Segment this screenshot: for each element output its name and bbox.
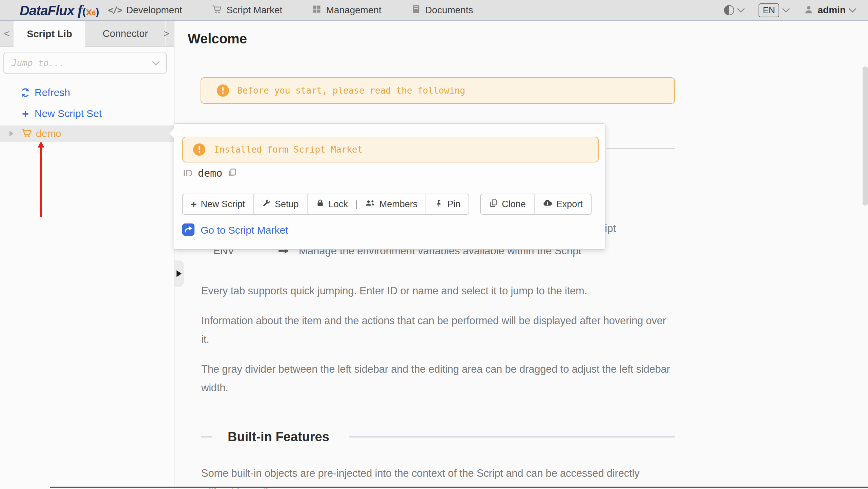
- clone-label: Clone: [502, 199, 526, 210]
- logo-paren-open: (: [83, 6, 86, 18]
- closing-paragraph: Some built-in objects are pre-injected i…: [201, 464, 675, 489]
- navbar-right-controls: EN admin: [724, 3, 855, 17]
- nav-item-script-market[interactable]: Script Market: [212, 4, 282, 17]
- section-title: Built-in Features: [228, 430, 329, 444]
- members-label: Members: [379, 199, 418, 210]
- theme-icon: [724, 5, 734, 15]
- new-script-label: New Script: [201, 199, 245, 210]
- jump-to-input[interactable]: [11, 58, 153, 69]
- collapse-triangle-icon: [177, 270, 182, 277]
- help-paragraph: Information about the item and the actio…: [201, 311, 675, 349]
- tree-item-label: demo: [36, 128, 61, 139]
- annotation-arrow-head: [38, 141, 44, 148]
- popup-button-row: + New Script Setup Lock |: [182, 194, 592, 215]
- logo-paren-close: ): [96, 6, 99, 18]
- logo-f: f: [78, 2, 83, 19]
- pin-label: Pin: [447, 199, 460, 210]
- user-menu[interactable]: admin: [804, 4, 855, 16]
- help-paragraph: Every tab supports quick jumping. Enter …: [201, 281, 675, 300]
- section-divider-line: [349, 436, 675, 437]
- chevron-down-icon: [782, 5, 790, 13]
- primary-button-group: + New Script Setup Lock |: [182, 194, 469, 215]
- wrench-icon: [262, 199, 271, 210]
- popup-alert-text: Installed form Script Market: [214, 144, 363, 155]
- warning-banner-text: Before you start, please read the follow…: [237, 85, 465, 96]
- sidebar-collapse-handle[interactable]: [174, 260, 184, 287]
- new-script-button[interactable]: + New Script: [183, 194, 254, 214]
- tab-connector[interactable]: Connector: [85, 21, 166, 46]
- copy-icon[interactable]: [228, 168, 237, 179]
- main-content: Welcome ! Before you start, please read …: [175, 21, 868, 489]
- setup-button[interactable]: Setup: [254, 194, 308, 214]
- popup-alert: ! Installed form Script Market: [182, 137, 599, 162]
- cart-icon: [21, 128, 32, 140]
- cloud-download-icon: [543, 199, 552, 210]
- secondary-button-group: Clone Export: [480, 194, 592, 215]
- page-title: Welcome: [188, 31, 247, 46]
- exclamation-icon: !: [193, 143, 205, 156]
- setup-label: Setup: [275, 199, 299, 210]
- language-badge: EN: [759, 3, 779, 17]
- annotation-arrow-shaft: [40, 148, 42, 217]
- nav-item-label: Development: [126, 5, 182, 16]
- clone-icon: [489, 199, 498, 210]
- plus-icon: +: [20, 109, 31, 119]
- logo-sup: 6: [92, 9, 96, 17]
- app-window: DataFlux f ( x 6 ) </> Development Scrip…: [0, 0, 868, 489]
- nav-item-label: Documents: [425, 5, 473, 16]
- tab-scroll-left-icon[interactable]: <: [0, 21, 14, 46]
- top-navbar: DataFlux f ( x 6 ) </> Development Scrip…: [0, 0, 868, 21]
- clone-button[interactable]: Clone: [481, 194, 535, 214]
- nav-item-label: Management: [326, 5, 381, 16]
- refresh-button[interactable]: Refresh: [0, 85, 174, 100]
- id-value: demo: [198, 167, 222, 179]
- refresh-label: Refresh: [35, 87, 70, 98]
- jump-to-select[interactable]: [3, 53, 167, 74]
- user-name: admin: [818, 5, 846, 16]
- cart-icon: [212, 4, 222, 17]
- nav-item-label: Script Market: [226, 5, 282, 16]
- go-to-script-market-label: Go to Script Market: [201, 224, 288, 236]
- refresh-icon: [20, 87, 31, 98]
- script-set-popup: ! Installed form Script Market ID demo +…: [174, 123, 605, 250]
- pin-button[interactable]: Pin: [426, 194, 469, 214]
- code-icon: </>: [108, 5, 122, 15]
- background-section-divider: [607, 148, 675, 149]
- expand-caret-icon[interactable]: [9, 131, 14, 136]
- export-button[interactable]: Export: [535, 194, 591, 214]
- vertical-scrollbar[interactable]: [863, 66, 868, 206]
- lock-members-button[interactable]: Lock | Members: [308, 194, 427, 214]
- section-header: Built-in Features: [201, 428, 675, 446]
- lock-label: Lock: [329, 199, 348, 210]
- plus-icon: +: [191, 199, 197, 209]
- logo-brand: DataFlux: [20, 3, 74, 18]
- help-paragraph: The gray divider between the left sideba…: [201, 360, 675, 397]
- language-switcher[interactable]: EN: [759, 3, 788, 17]
- left-sidebar: < Script Lib Connector > Refresh + New S…: [0, 21, 174, 489]
- new-script-set-button[interactable]: + New Script Set: [0, 106, 174, 121]
- nav-item-development[interactable]: </> Development: [108, 5, 182, 16]
- closing-text: Some built-in objects are pre-injected i…: [201, 464, 675, 489]
- sidebar-tabbar: < Script Lib Connector >: [0, 21, 174, 47]
- tab-scroll-right-icon[interactable]: >: [160, 21, 173, 46]
- tab-script-lib[interactable]: Script Lib: [14, 21, 85, 47]
- tree-item-demo[interactable]: demo: [0, 125, 174, 142]
- chevron-down-icon: [152, 58, 160, 66]
- annotation-arrow: [35, 141, 47, 217]
- grid-icon: [312, 4, 322, 16]
- tab-label: Script Lib: [27, 28, 72, 40]
- nav-item-management[interactable]: Management: [312, 4, 381, 16]
- dataflux-logo[interactable]: DataFlux f ( x 6 ): [20, 2, 99, 19]
- chevron-down-icon: [849, 5, 856, 13]
- exclamation-icon: !: [217, 84, 229, 97]
- nav-item-documents[interactable]: Documents: [411, 4, 473, 16]
- button-separator: |: [355, 199, 358, 210]
- chevron-down-icon: [737, 5, 745, 13]
- pin-icon: [434, 199, 443, 210]
- new-script-set-label: New Script Set: [35, 108, 102, 119]
- warning-banner: ! Before you start, please read the foll…: [201, 77, 675, 104]
- go-to-script-market-link[interactable]: Go to Script Market: [182, 223, 288, 237]
- bottom-border-line: [50, 487, 868, 488]
- theme-switcher[interactable]: [724, 5, 744, 15]
- members-icon: [365, 199, 375, 210]
